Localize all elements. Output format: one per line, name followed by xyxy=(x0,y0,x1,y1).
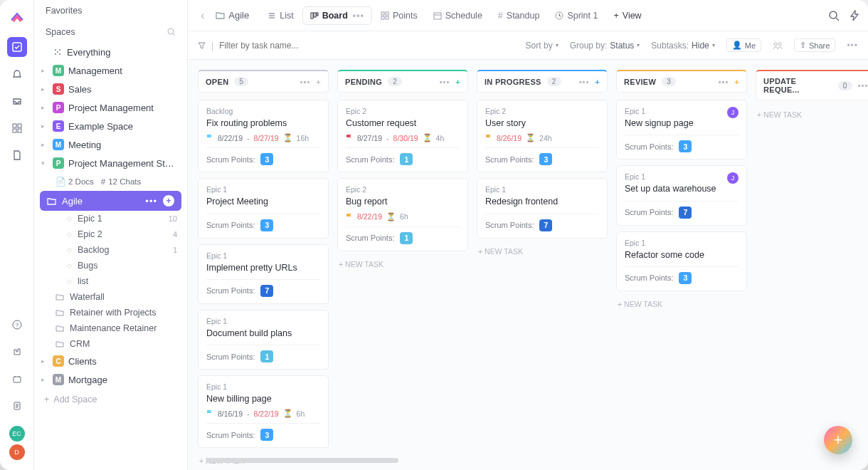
assignee-avatar[interactable]: J xyxy=(727,107,739,118)
column-open: OPEN 5 ••• + Backlog Fix routing problem… xyxy=(198,70,329,449)
new-task-button[interactable]: + NEW TASK xyxy=(756,108,868,122)
scrum-points-value: 3 xyxy=(260,219,273,231)
task-card[interactable]: Epic 1 Project Meeting Scrum Points:3 xyxy=(198,178,329,238)
board-more-icon[interactable]: ••• xyxy=(353,11,364,21)
list-item-epic-2[interactable]: ◇Epic 24 xyxy=(34,226,187,242)
add-view-button[interactable]: + View xyxy=(606,7,648,24)
task-card[interactable]: Epic 1 Document build plans Scrum Points… xyxy=(198,310,329,370)
filter-input[interactable] xyxy=(219,41,333,51)
column-more-icon[interactable]: ••• xyxy=(719,78,729,86)
kanban-board: OPEN 5 ••• + Backlog Fix routing problem… xyxy=(188,60,868,470)
column-more-icon[interactable]: ••• xyxy=(858,81,868,90)
list-item-list[interactable]: ◇list xyxy=(34,273,187,289)
everything-item[interactable]: Everything xyxy=(34,43,187,61)
add-space-button[interactable]: + Add Space xyxy=(34,389,187,410)
column-more-icon[interactable]: ••• xyxy=(300,78,311,86)
task-card[interactable]: Epic 2 User story 8/26/19 ⏳24h Scrum Poi… xyxy=(477,100,608,172)
folder-crm[interactable]: CRM xyxy=(34,336,187,352)
new-task-button[interactable]: + NEW TASK xyxy=(337,257,468,271)
new-task-button[interactable]: + NEW TASK xyxy=(477,244,608,258)
assignees-icon[interactable] xyxy=(773,41,783,50)
rail-avatar-1[interactable]: EC xyxy=(9,426,25,442)
search-icon[interactable] xyxy=(828,10,840,21)
view-board[interactable]: Board••• xyxy=(302,6,372,25)
space-item-management[interactable]: ▸ M Management xyxy=(34,61,187,80)
active-folder-agile[interactable]: Agile ••• + xyxy=(40,191,181,211)
view-sprint[interactable]: Sprint 1 xyxy=(548,7,605,24)
space-item-mortgage[interactable]: ▸ M Mortgage xyxy=(34,370,187,389)
rail-inbox-icon[interactable] xyxy=(7,91,27,111)
share-button[interactable]: ⇪ Share xyxy=(794,38,835,52)
folder-maintenance-retainer[interactable]: Maintenance Retainer xyxy=(34,320,187,336)
task-card[interactable]: Epic 1 New billing page 8/16/19 - 8/22/1… xyxy=(198,375,329,448)
rail-docs-icon[interactable] xyxy=(7,145,27,165)
rail-home-icon[interactable] xyxy=(7,37,27,57)
task-epic: Epic 2 xyxy=(346,185,460,194)
space-item-clients[interactable]: ▸ C Clients xyxy=(34,352,187,370)
filter-icon[interactable] xyxy=(198,41,206,49)
breadcrumb[interactable]: Agile xyxy=(211,7,253,24)
folder-retainer-with-projects[interactable]: Retainer with Projects xyxy=(34,305,187,320)
horizontal-scrollbar[interactable] xyxy=(206,458,398,463)
rail-dashboards-icon[interactable] xyxy=(7,118,27,138)
task-epic: Epic 1 xyxy=(206,382,320,391)
list-item-backlog[interactable]: ◇Backlog1 xyxy=(34,242,187,258)
bolt-icon[interactable] xyxy=(850,10,859,21)
rail-timesheet-icon[interactable] xyxy=(7,369,27,389)
space-item-example-space[interactable]: ▸ E Example Space xyxy=(34,117,187,135)
rail-avatar-2[interactable]: D xyxy=(9,444,25,460)
docs-link[interactable]: 📄 2 Docs xyxy=(55,177,94,187)
new-task-button[interactable]: + NEW TASK xyxy=(616,297,747,311)
favorites-header[interactable]: Favorites xyxy=(34,0,187,21)
collapse-sidebar-icon[interactable]: ‹ xyxy=(196,6,208,25)
subtasks-dropdown[interactable]: Subtasks: Hide ▾ xyxy=(651,41,714,51)
task-card[interactable]: Epic 2 Bug report 8/22/19 ⏳6h Scrum Poin… xyxy=(337,178,468,251)
space-item-project-management-styles[interactable]: ▾ P Project Management Styles xyxy=(34,154,187,172)
folder-icon xyxy=(47,197,56,206)
flag-icon xyxy=(485,134,492,142)
app-logo[interactable] xyxy=(10,10,24,24)
filter-more-icon[interactable]: ••• xyxy=(847,41,858,51)
sort-dropdown[interactable]: Sort by ▾ xyxy=(526,41,559,51)
space-item-project-management[interactable]: ▸ P Project Management xyxy=(34,98,187,117)
task-card[interactable]: Epic 1 Set up data warehouse J Scrum Poi… xyxy=(616,165,747,225)
rail-help-icon[interactable]: ? xyxy=(7,315,27,335)
due-date: 8/30/19 xyxy=(393,134,418,142)
column-add-icon[interactable]: + xyxy=(455,78,460,86)
list-item-bugs[interactable]: ◇Bugs xyxy=(34,258,187,273)
group-dropdown[interactable]: Group by: Status ▾ xyxy=(570,41,640,51)
task-card[interactable]: Epic 1 Implement pretty URLs Scrum Point… xyxy=(198,244,329,304)
view-list[interactable]: List xyxy=(260,7,300,24)
list-item-epic-1[interactable]: ◇Epic 110 xyxy=(34,211,187,226)
rail-goals-icon[interactable] xyxy=(7,342,27,362)
hourglass-icon: ⏳ xyxy=(386,212,396,221)
quick-create-fab[interactable]: + xyxy=(824,426,852,454)
column-add-icon[interactable]: + xyxy=(595,78,600,86)
chats-link[interactable]: # 12 Chats xyxy=(101,177,141,187)
task-card[interactable]: Backlog Fix routing problems 8/22/19 - 8… xyxy=(198,100,329,172)
view-standup[interactable]: #Standup xyxy=(491,7,547,24)
task-card[interactable]: Epic 1 New signup page J Scrum Points:3 xyxy=(616,100,747,160)
folder-add-button[interactable]: + xyxy=(163,195,174,207)
task-card[interactable]: Epic 2 Customer request 8/27/19 - 8/30/1… xyxy=(337,100,468,172)
folder-waterfall[interactable]: Waterfall xyxy=(34,289,187,305)
task-epic: Epic 2 xyxy=(346,107,460,115)
task-card[interactable]: Epic 1 Redesign frontend Scrum Points:7 xyxy=(477,178,608,238)
column-add-icon[interactable]: + xyxy=(734,78,739,86)
rail-notepad-icon[interactable] xyxy=(7,396,27,416)
space-item-sales[interactable]: ▸ S Sales xyxy=(34,80,187,98)
column-more-icon[interactable]: ••• xyxy=(579,78,590,86)
rail-notifications-icon[interactable] xyxy=(7,64,27,84)
folder-more-icon[interactable]: ••• xyxy=(145,196,157,207)
view-schedule[interactable]: Schedule xyxy=(426,7,489,24)
task-card[interactable]: Epic 1 Refactor some code Scrum Points:3 xyxy=(616,231,747,291)
assignee-avatar[interactable]: J xyxy=(727,172,739,184)
search-icon[interactable] xyxy=(167,28,176,36)
view-points[interactable]: Points xyxy=(374,7,425,24)
column-more-icon[interactable]: ••• xyxy=(440,78,450,86)
me-filter-button[interactable]: 👤 Me xyxy=(726,38,761,52)
space-item-meeting[interactable]: ▸ M Meeting xyxy=(34,135,187,154)
column-review: REVIEW 3 ••• + Epic 1 New signup page J … xyxy=(616,70,747,449)
column-add-icon[interactable]: + xyxy=(316,78,321,86)
folder-icon xyxy=(216,11,225,20)
